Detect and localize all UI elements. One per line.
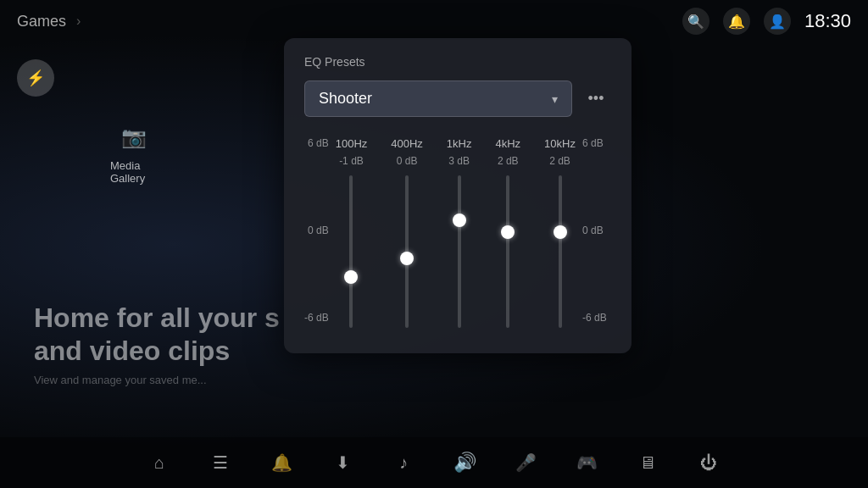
- slider-track-0[interactable]: [349, 175, 353, 328]
- slider-thumb-3[interactable]: [501, 225, 515, 239]
- top-bar: Games › 🔍 🔔 👤 18:30: [0, 0, 868, 42]
- eq-sliders-area: 6 dB 0 dB -6 dB 100Hz -1 dB 400Hz 0 dB 1…: [304, 137, 611, 328]
- eq-channel-10kHz: 10kHz 2 dB: [544, 137, 576, 328]
- eq-channel-100Hz: 100Hz -1 dB: [336, 137, 368, 328]
- db-label-1: 0 dB: [397, 155, 418, 167]
- freq-label-2: 1kHz: [447, 137, 472, 150]
- freq-label-0: 100Hz: [336, 137, 368, 150]
- label-neg6db-right: -6 dB: [582, 312, 607, 324]
- bolt-icon[interactable]: ⚡: [17, 59, 54, 97]
- label-6db-right: 6 dB: [582, 137, 607, 149]
- home-headline: Home for all your s and video clips: [34, 302, 280, 367]
- games-label: Games: [17, 13, 66, 30]
- eq-title: EQ Presets: [304, 55, 611, 69]
- eq-header: Shooter ▾ •••: [304, 80, 611, 117]
- chevron-down-icon: ▾: [552, 92, 558, 106]
- camera-icon: 📷: [110, 119, 158, 156]
- notifications-icon[interactable]: 🔔: [723, 8, 750, 35]
- label-6db-left: 6 dB: [304, 137, 329, 149]
- nav-icon-2[interactable]: 🔔: [268, 449, 295, 476]
- slider-thumb-0[interactable]: [344, 270, 358, 284]
- slider-thumb-1[interactable]: [400, 252, 414, 265]
- nav-icon-7[interactable]: 🎮: [573, 449, 600, 476]
- freq-label-3: 4kHz: [495, 137, 520, 150]
- label-neg6db-left: -6 dB: [304, 312, 329, 324]
- nav-icon-4[interactable]: ♪: [390, 449, 417, 476]
- nav-icon-5[interactable]: 🔊: [451, 449, 478, 476]
- eq-labels-left: 6 dB 0 dB -6 dB: [304, 137, 329, 324]
- db-label-3: 2 dB: [498, 155, 519, 167]
- eq-channel-400Hz: 400Hz 0 dB: [391, 137, 423, 328]
- clock: 18:30: [804, 10, 851, 32]
- slider-thumb-2[interactable]: [453, 214, 466, 227]
- user-icon[interactable]: 👤: [764, 8, 791, 35]
- nav-icon-9[interactable]: ⏻: [695, 449, 722, 476]
- slider-track-4[interactable]: [559, 175, 562, 328]
- eq-channels: 100Hz -1 dB 400Hz 0 dB 1kHz 3 dB 4kHz 2 …: [336, 137, 576, 328]
- freq-label-4: 10kHz: [544, 137, 576, 150]
- slider-track-2[interactable]: [458, 175, 461, 328]
- eq-preset-value: Shooter: [319, 90, 372, 108]
- freq-label-1: 400Hz: [391, 137, 423, 150]
- nav-icon-1[interactable]: ☰: [207, 449, 234, 476]
- eq-labels-right: 6 dB 0 dB -6 dB: [582, 137, 607, 324]
- media-gallery-section[interactable]: 📷 Media Gallery: [110, 119, 158, 185]
- eq-preset-select[interactable]: Shooter ▾: [304, 80, 572, 117]
- slider-track-1[interactable]: [405, 175, 409, 328]
- eq-channel-4kHz: 4kHz 2 dB: [495, 137, 520, 328]
- db-label-2: 3 dB: [448, 155, 470, 167]
- home-subtitle: View and manage your saved me...: [34, 374, 280, 386]
- nav-icon-0[interactable]: ⌂: [146, 449, 173, 476]
- home-text: Home for all your s and video clips View…: [34, 302, 280, 386]
- top-bar-divider: ›: [76, 14, 81, 29]
- eq-more-button[interactable]: •••: [581, 84, 611, 114]
- db-label-0: -1 dB: [339, 155, 364, 167]
- label-0db-right: 0 dB: [582, 225, 607, 236]
- nav-icon-6[interactable]: 🎤: [512, 449, 539, 476]
- slider-thumb-4[interactable]: [554, 225, 567, 239]
- label-0db-left: 0 dB: [304, 225, 329, 236]
- eq-channel-1kHz: 1kHz 3 dB: [447, 137, 472, 328]
- search-icon[interactable]: 🔍: [682, 8, 709, 35]
- media-gallery-label: Media Gallery: [110, 159, 158, 185]
- top-bar-right: 🔍 🔔 👤 18:30: [682, 8, 851, 35]
- slider-track-3[interactable]: [506, 175, 509, 328]
- eq-modal: EQ Presets Shooter ▾ ••• 6 dB 0 dB -6 dB…: [284, 38, 632, 353]
- bottom-nav: ⌂☰🔔⬇♪🔊🎤🎮🖥⏻: [0, 437, 868, 488]
- left-icons: ⚡ 📷 Media Gallery: [17, 59, 54, 97]
- nav-icon-3[interactable]: ⬇: [329, 449, 356, 476]
- db-label-4: 2 dB: [549, 155, 570, 167]
- nav-icon-8[interactable]: 🖥: [634, 449, 661, 476]
